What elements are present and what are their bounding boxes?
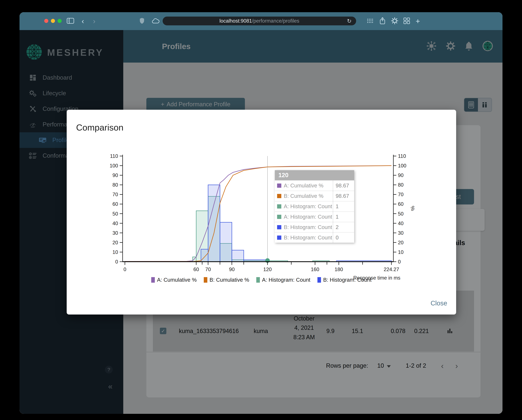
tooltip-series-value: 2 — [333, 222, 354, 232]
tooltip-row: A: Cumulative %98.67 — [275, 180, 354, 191]
tooltip-series-label: B: Cumulative % — [284, 193, 333, 199]
url-path: /performance/profiles — [252, 18, 299, 24]
y-tick-label-left: 70 — [113, 192, 118, 197]
histogram-bar[interactable] — [208, 185, 220, 262]
y-tick-label-left: 50 — [113, 211, 118, 217]
legend-label: A: Cumulative % — [157, 277, 197, 283]
tooltip-row: B: Histogram: Count2 — [275, 222, 354, 232]
tooltip-row: A: Histogram: Count1 — [275, 201, 354, 211]
x-tick-label: 90 — [229, 267, 235, 272]
legend-item[interactable]: B: Cumulative % — [204, 277, 249, 283]
y-tick-label-right: 10 — [398, 249, 403, 255]
share-icon[interactable] — [379, 17, 386, 25]
y-tick-label-right: 100 — [398, 163, 406, 169]
y-tick-label-right: 110 — [398, 153, 406, 159]
x-tick-label: 70 — [205, 267, 211, 272]
new-tab-icon[interactable]: + — [416, 17, 420, 25]
tiles-icon[interactable] — [403, 17, 410, 25]
y-tick-label-left: 10 — [113, 249, 118, 255]
tooltip-series-swatch — [277, 194, 281, 198]
y-tick-label-left: 0 — [115, 259, 118, 265]
tooltip-row: B: Cumulative %98.67 — [275, 191, 354, 201]
shield-icon[interactable] — [139, 18, 144, 25]
minimize-window-button[interactable] — [51, 19, 55, 23]
tooltip-series-label: B: Histogram: Count — [284, 234, 333, 241]
y-tick-label-left: 40 — [113, 221, 118, 226]
tooltip-series-label: A: Histogram: Count — [284, 203, 333, 210]
x-tick-label: 120 — [263, 267, 272, 272]
back-icon[interactable]: ‹ — [82, 17, 84, 25]
tooltip-series-value: 0 — [333, 232, 354, 243]
chart-tooltip: 120 A: Cumulative %98.67B: Cumulative %9… — [275, 170, 354, 243]
tooltip-series-swatch — [277, 204, 281, 209]
y-tick-label-right: 30 — [398, 230, 403, 236]
y-tick-label-left: 60 — [113, 201, 118, 207]
tooltip-series-value: 98.67 — [333, 180, 354, 191]
y-tick-label-right: 20 — [398, 240, 403, 245]
legend-swatch — [317, 277, 321, 283]
histogram-bar[interactable] — [232, 250, 244, 262]
tooltip-row: B: Histogram: Count0 — [275, 232, 354, 243]
tooltip-series-value: 1 — [333, 201, 354, 211]
browser-toolbar: ‹ › localhost:9081/performance/profiles … — [20, 12, 502, 30]
close-button[interactable]: Close — [431, 300, 447, 307]
comparison-modal: Comparison 00101020203030404050506060707… — [67, 110, 456, 315]
legend-swatch — [151, 277, 155, 283]
legend-item[interactable]: A: Cumulative % — [151, 277, 197, 283]
tooltip-row: A: Histogram: Count1 — [275, 211, 354, 222]
y-tick-label-left: 110 — [110, 153, 118, 159]
y-tick-label-left: 80 — [113, 182, 118, 188]
forward-icon[interactable]: › — [93, 17, 95, 25]
legend-item[interactable]: A: Histogram: Count — [256, 277, 310, 283]
legend-swatch — [256, 277, 260, 283]
sidebar-toggle-icon[interactable] — [67, 18, 74, 25]
histogram-bar[interactable] — [220, 222, 232, 262]
legend-item[interactable]: B: Histogram: Count — [317, 277, 371, 283]
reload-icon[interactable]: ↻ — [347, 18, 352, 24]
tooltip-series-label: B: Histogram: Count — [284, 224, 333, 230]
legend-label: A: Histogram: Count — [262, 277, 310, 283]
y-tick-label-right: 60 — [398, 201, 403, 207]
cloud-icon[interactable] — [152, 18, 159, 24]
y-tick-label-left: 100 — [110, 163, 118, 169]
x-tick-label: 160 — [311, 267, 319, 272]
legend-label: B: Cumulative % — [209, 277, 249, 283]
legend-swatch — [204, 277, 207, 283]
y-tick-label-left: 20 — [113, 240, 118, 245]
x-tick-label: 224.27 — [384, 267, 399, 272]
x-tick-label: 0 — [123, 267, 126, 272]
url-host: localhost:9081 — [219, 18, 252, 24]
y-tick-label-right: 50 — [398, 211, 403, 217]
y-tick-label-right: 0 — [398, 259, 401, 265]
tab-overview-icon[interactable] — [367, 18, 374, 24]
address-bar[interactable]: localhost:9081/performance/profiles ↻ — [163, 17, 356, 25]
tooltip-series-label: A: Cumulative % — [284, 182, 333, 189]
y-tick-label-right: 90 — [398, 172, 403, 178]
legend-label: B: Histogram: Count — [323, 277, 371, 283]
tooltip-series-swatch — [277, 235, 281, 240]
tooltip-series-swatch — [277, 215, 281, 219]
settings-gear-icon[interactable] — [391, 17, 399, 25]
y-tick-label-right: 70 — [398, 192, 403, 197]
chart-legend: A: Cumulative %B: Cumulative %A: Histogr… — [67, 277, 456, 283]
tooltip-header: 120 — [275, 170, 354, 180]
y-tick-label-right: 80 — [398, 182, 403, 188]
zoom-window-button[interactable] — [58, 19, 62, 23]
tooltip-series-value: 98.67 — [333, 191, 354, 201]
y-tick-label-left: 90 — [113, 172, 118, 178]
screenshot-canvas: ‹ › localhost:9081/performance/profiles … — [0, 0, 522, 420]
comparison-chart[interactable]: 0010102020303040405050606070708080909010… — [67, 110, 456, 315]
y-axis-right-title: % — [409, 205, 416, 211]
tooltip-series-swatch — [277, 183, 281, 188]
browser-window: ‹ › localhost:9081/performance/profiles … — [20, 12, 502, 414]
y-tick-label-left: 30 — [113, 230, 118, 236]
tooltip-series-label: A: Histogram: Count — [284, 214, 333, 220]
y-tick-label-right: 40 — [398, 221, 403, 226]
x-tick-label: 60 — [193, 267, 199, 272]
tooltip-series-swatch — [277, 225, 281, 229]
x-tick-label: 180 — [335, 267, 343, 272]
tooltip-series-value: 1 — [333, 212, 354, 222]
close-window-button[interactable] — [44, 19, 48, 23]
app-viewport: MESHERY DashboardLifecycleConfigurationS… — [20, 30, 502, 414]
